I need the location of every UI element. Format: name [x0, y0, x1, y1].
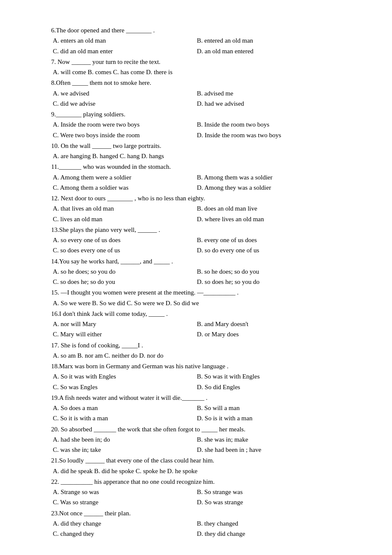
option-right: B. does an old man live: [197, 204, 341, 214]
option-left: A. nor will Mary: [53, 319, 197, 329]
option-right: D. or Mary does: [197, 330, 341, 339]
option-right: B. advised me: [197, 89, 341, 98]
question-text-13: 13.She plays the piano very well, ______…: [51, 225, 341, 235]
options-row-11-0: A. Among them were a soldierB. Among the…: [51, 173, 341, 182]
options-row-22-0: A. Strange so wasB. So strange was: [51, 487, 341, 497]
option-right: B. and Mary doesn't: [197, 319, 341, 329]
option-left: A. So it was with Engles: [53, 372, 197, 382]
options-row-17-0: A. so am B. nor am C. neither do D. nor …: [51, 351, 341, 361]
option-right: B. So will a man: [197, 403, 341, 413]
quiz-container: 6.The door opened and there ________ .A.…: [51, 26, 341, 539]
question-text-21: 21.So loudly ______ that every one of th…: [51, 456, 341, 465]
option-left: A. did they change: [53, 519, 197, 529]
option-left: C. did an old man enter: [53, 46, 197, 56]
option-right: D. So was strange: [197, 497, 341, 507]
options-row-12-1: C. lives an old manD. where lives an old…: [51, 214, 341, 224]
question-text-8: 8.Often _____ them not to smoke here.: [51, 78, 341, 88]
question-block-14: 14.You say he works hard, ______, and __…: [51, 257, 341, 287]
option-right: D. so do every one of us: [197, 246, 341, 255]
option-right: D. where lives an old man: [197, 214, 341, 224]
option-right: D. she had been in ; have: [197, 445, 341, 455]
option-left: A. so he does; so you do: [53, 267, 197, 277]
options-row-15-0: A. So we were B. So we did C. So were we…: [51, 298, 341, 308]
options-row-13-0: A. so every one of us doesB. every one o…: [51, 235, 341, 245]
options-row-9-0: A. Inside the room were two boysB. Insid…: [51, 120, 341, 130]
question-block-23: 23.Not once ______ their plan.A. did the…: [51, 509, 341, 539]
question-text-7: 7. Now ______ your turn to recite the te…: [51, 57, 341, 67]
question-block-10: 10. On the wall ______ two large portrai…: [51, 141, 341, 162]
option-right: D. an old man entered: [197, 46, 341, 56]
question-text-18: 18.Marx was born in Germany and German w…: [51, 361, 341, 371]
question-block-22: 22. __________ his apperance that no one…: [51, 477, 341, 508]
option-right: D. So did Engles: [197, 382, 341, 392]
question-text-23: 23.Not once ______ their plan.: [51, 509, 341, 518]
options-row-20-1: C. was she in; takeD. she had been in ; …: [51, 445, 341, 455]
option-left: C. did we advise: [53, 99, 197, 109]
options-row-20-0: A. had she been in; doB. she was in; mak…: [51, 435, 341, 445]
options-row-10-0: A. are hanging B. hanged C. hang D. hang…: [51, 151, 341, 161]
option-right: B. So was it with Engles: [197, 372, 341, 382]
question-block-11: 11._______ who was wounded in the stomac…: [51, 162, 341, 193]
options-row-8-0: A. we advisedB. advised me: [51, 89, 341, 98]
question-text-16: 16.I don't think Jack will come today, _…: [51, 309, 341, 319]
options-row-8-1: C. did we adviseD. had we advised: [51, 99, 341, 109]
option-right: D. Among they was a soldier: [197, 183, 341, 193]
option-right: B. every one of us does: [197, 235, 341, 245]
options-row-22-1: C. Was so strangeD. So was strange: [51, 497, 341, 507]
question-text-11: 11._______ who was wounded in the stomac…: [51, 162, 341, 172]
question-block-13: 13.She plays the piano very well, ______…: [51, 225, 341, 256]
option-left: C. Mary will either: [53, 330, 197, 339]
options-row-12-0: A. that lives an old manB. does an old m…: [51, 204, 341, 214]
options-row-16-1: C. Mary will eitherD. or Mary does: [51, 330, 341, 339]
question-block-15: 15. —I thought you women were present at…: [51, 288, 341, 308]
options-row-14-1: C. so does he; so do youD. so does he; s…: [51, 277, 341, 287]
question-text-17: 17. She is fond of cooking, _____I .: [51, 341, 341, 350]
question-text-6: 6.The door opened and there ________ .: [51, 26, 341, 35]
question-text-12: 12. Next door to ours ________ , who is …: [51, 194, 341, 203]
options-row-23-1: C. changed theyD. they did change: [51, 529, 341, 539]
options-row-6-0: A. enters an old manB. entered an old ma…: [51, 36, 341, 46]
option-left: C. so does he; so do you: [53, 277, 197, 287]
question-text-14: 14.You say he works hard, ______, and __…: [51, 257, 341, 266]
question-block-16: 16.I don't think Jack will come today, _…: [51, 309, 341, 340]
option-left: A. So does a man: [53, 403, 197, 413]
options-row-18-0: A. So it was with EnglesB. So was it wit…: [51, 372, 341, 382]
question-block-12: 12. Next door to ours ________ , who is …: [51, 194, 341, 224]
option-right: B. So strange was: [197, 487, 341, 497]
options-row-18-1: C. So was EnglesD. So did Engles: [51, 382, 341, 392]
option-right: D. Inside the room was two boys: [197, 130, 341, 140]
options-row-19-1: C. So it is with a manD. So is it with a…: [51, 413, 341, 423]
question-text-22: 22. __________ his apperance that no one…: [51, 477, 341, 487]
option-right: B. she was in; make: [197, 435, 341, 445]
option-right: B. Inside the room two boys: [197, 120, 341, 130]
question-block-18: 18.Marx was born in Germany and German w…: [51, 361, 341, 392]
option-right: B. so he does; so do you: [197, 267, 341, 277]
question-block-8: 8.Often _____ them not to smoke here.A. …: [51, 78, 341, 109]
option-left: C. Among them a soldier was: [53, 183, 197, 193]
question-text-15: 15. —I thought you women were present at…: [51, 288, 341, 298]
option-left: C. So it is with a man: [53, 413, 197, 423]
option-left: A. that lives an old man: [53, 204, 197, 214]
options-row-19-0: A. So does a manB. So will a man: [51, 403, 341, 413]
option-right: D. they did change: [197, 529, 341, 539]
question-block-7: 7. Now ______ your turn to recite the te…: [51, 57, 341, 78]
option-right: D. had we advised: [197, 99, 341, 109]
option-left: A. we advised: [53, 89, 197, 98]
question-text-10: 10. On the wall ______ two large portrai…: [51, 141, 341, 151]
options-row-7-0: A. will come B. comes C. has come D. the…: [51, 67, 341, 77]
option-left: A. Strange so was: [53, 487, 197, 497]
option-left: A. had she been in; do: [53, 435, 197, 445]
options-row-21-0: A. did he speak B. did he spoke C. spoke…: [51, 466, 341, 476]
option-left: C. Were two boys inside the room: [53, 130, 197, 140]
option-right: B. they changed: [197, 519, 341, 529]
option-right: B. entered an old man: [197, 36, 341, 46]
option-left: A. so every one of us does: [53, 235, 197, 245]
options-row-13-1: C. so does every one of usD. so do every…: [51, 246, 341, 255]
question-block-20: 20. So absorbed _______ the work that sh…: [51, 425, 341, 455]
option-left: C. Was so strange: [53, 497, 197, 507]
question-block-21: 21.So loudly ______ that every one of th…: [51, 456, 341, 476]
question-block-17: 17. She is fond of cooking, _____I .A. s…: [51, 341, 341, 361]
option-right: D. So is it with a man: [197, 413, 341, 423]
question-block-9: 9.________ playing soldiers.A. Inside th…: [51, 110, 341, 140]
question-text-9: 9.________ playing soldiers.: [51, 110, 341, 119]
